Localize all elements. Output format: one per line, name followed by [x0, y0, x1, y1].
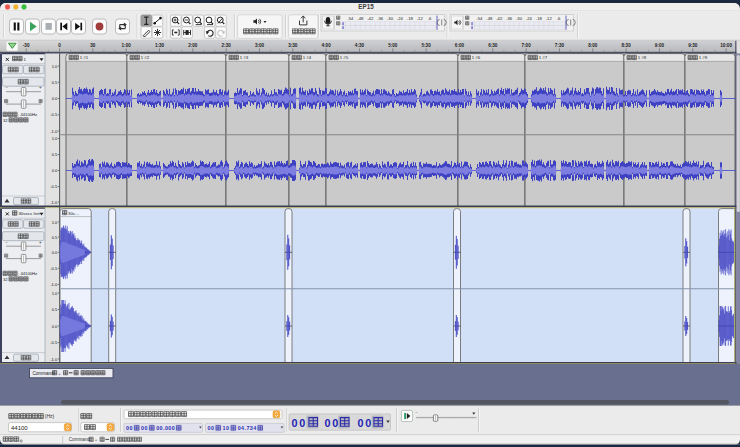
svg-text:-24: -24: [397, 16, 404, 21]
svg-text:8:00: 8:00: [588, 43, 598, 48]
svg-text:1 #9: 1 #9: [699, 55, 708, 60]
svg-text:-1.0: -1.0: [50, 282, 58, 287]
svg-text:4:30: 4:30: [355, 43, 365, 48]
svg-text:-6: -6: [428, 16, 432, 21]
svg-text:-6: -6: [557, 16, 561, 21]
svg-text:7:00: 7:00: [522, 43, 532, 48]
svg-text:-42: -42: [367, 16, 374, 21]
svg-text:1 #7: 1 #7: [539, 55, 548, 60]
svg-text:9:30: 9:30: [688, 43, 698, 48]
svg-text:6:30: 6:30: [488, 43, 498, 48]
svg-text:1 #8: 1 #8: [638, 55, 647, 60]
svg-text:−: −: [6, 240, 9, 245]
svg-text:Command: Command: [69, 437, 91, 442]
svg-text:-12: -12: [417, 16, 424, 21]
svg-text:+: +: [39, 240, 42, 245]
svg-text:-0.5: -0.5: [50, 340, 58, 345]
svg-text:−: −: [6, 85, 9, 90]
svg-text:-54: -54: [476, 16, 483, 21]
svg-text:2:30: 2:30: [222, 43, 232, 48]
svg-text:4:00: 4:00: [322, 43, 332, 48]
svg-text:30: 30: [90, 43, 96, 48]
svg-text:00: 00: [141, 425, 148, 431]
svg-text:-0.5: -0.5: [50, 112, 58, 117]
svg-text:, 44100Hz: , 44100Hz: [18, 112, 37, 117]
svg-text:, 44100Hz: , 44100Hz: [18, 271, 37, 276]
svg-text:-1.0: -1.0: [50, 129, 58, 134]
svg-text:00.000: 00.000: [156, 425, 175, 431]
svg-text:Command: Command: [33, 371, 55, 376]
svg-text:44100: 44100: [11, 425, 28, 431]
svg-text:1.0: 1.0: [52, 291, 58, 296]
svg-text:-30: -30: [516, 16, 523, 21]
svg-text:1:30: 1:30: [155, 43, 165, 48]
svg-text:-12: -12: [546, 16, 553, 21]
svg-text:1.0: 1.0: [52, 64, 58, 69]
svg-text:-18: -18: [407, 16, 414, 21]
svg-text:0.0: 0.0: [52, 250, 58, 255]
svg-text:1 #6: 1 #6: [472, 55, 481, 60]
svg-text:-24: -24: [526, 16, 533, 21]
svg-text:-54: -54: [347, 16, 354, 21]
svg-text:-36: -36: [506, 16, 513, 21]
svg-text:00: 00: [126, 425, 133, 431]
svg-text:-18: -18: [536, 16, 543, 21]
svg-text:5:00: 5:00: [388, 43, 398, 48]
svg-text:1 #2: 1 #2: [141, 55, 150, 60]
svg-text:6:00: 6:00: [455, 43, 465, 48]
svg-text:00: 00: [325, 417, 341, 429]
svg-text:-42: -42: [496, 16, 503, 21]
svg-text:00: 00: [358, 417, 374, 429]
svg-text:(Hz): (Hz): [45, 413, 55, 419]
svg-text:00: 00: [292, 417, 308, 429]
svg-text:1 #3: 1 #3: [240, 55, 249, 60]
svg-text:0.5: 0.5: [52, 152, 58, 157]
svg-text:0.0: 0.0: [52, 96, 58, 101]
svg-text:0.5: 0.5: [52, 80, 58, 85]
svg-text:+: +: [95, 437, 98, 442]
svg-text:EP15: EP15: [358, 3, 374, 10]
svg-text:-0.5: -0.5: [50, 184, 58, 189]
svg-text:1.0: 1.0: [52, 136, 58, 141]
svg-text:1 #5: 1 #5: [340, 55, 349, 60]
svg-text:5:30: 5:30: [422, 43, 432, 48]
svg-text:00: 00: [208, 425, 215, 431]
svg-text:8:30: 8:30: [622, 43, 632, 48]
svg-text:1:00: 1:00: [122, 43, 132, 48]
svg-text:-36: -36: [377, 16, 384, 21]
svg-text:30secs Intr: 30secs Intr: [18, 211, 40, 216]
svg-text:1.0: 1.0: [52, 220, 58, 225]
svg-text:1 #4: 1 #4: [303, 55, 312, 60]
svg-text:0.0: 0.0: [52, 324, 58, 329]
svg-text:04.734: 04.734: [238, 425, 257, 431]
svg-text:+: +: [58, 371, 61, 376]
svg-text:-0.5: -0.5: [50, 266, 58, 271]
svg-text:-30: -30: [23, 43, 30, 48]
svg-text:-1.0: -1.0: [50, 200, 58, 205]
svg-text:-48: -48: [486, 16, 493, 21]
svg-text:32: 32: [3, 277, 8, 282]
svg-text:3:00: 3:00: [255, 43, 265, 48]
svg-text:30s…: 30s…: [68, 211, 79, 216]
svg-text:32: 32: [3, 118, 8, 123]
svg-text:0: 0: [58, 43, 61, 48]
svg-text:10: 10: [223, 425, 230, 431]
svg-text:+: +: [39, 85, 42, 90]
svg-text:-1.0: -1.0: [50, 357, 58, 362]
svg-text:-48: -48: [357, 16, 364, 21]
svg-text:7:30: 7:30: [555, 43, 565, 48]
svg-text:-30: -30: [387, 16, 394, 21]
svg-text:0.5: 0.5: [52, 235, 58, 240]
svg-text:3:30: 3:30: [288, 43, 298, 48]
svg-text:9:00: 9:00: [655, 43, 665, 48]
svg-text:1 #1: 1 #1: [80, 55, 89, 60]
svg-text:10:00: 10:00: [720, 43, 732, 48]
svg-text:2:00: 2:00: [188, 43, 198, 48]
svg-text:0.5: 0.5: [52, 307, 58, 312]
svg-text:0.0: 0.0: [52, 168, 58, 173]
